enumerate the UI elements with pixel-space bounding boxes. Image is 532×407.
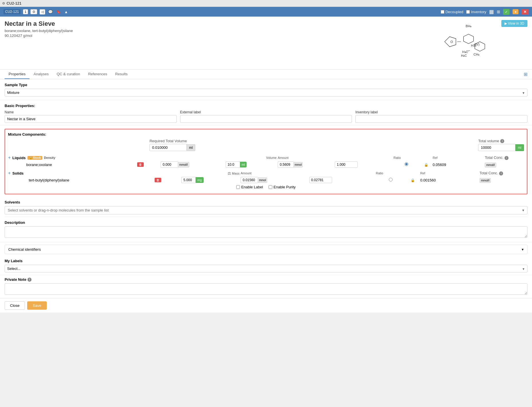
solid-1-mass-input-cell: mg bbox=[181, 177, 241, 183]
vol-header: Volume bbox=[137, 154, 278, 161]
solid-1-delete-cell: 🗑 bbox=[155, 177, 181, 183]
grid-icon: ⊞ bbox=[497, 9, 500, 14]
liquid-1-delete-btn[interactable]: 🗑 bbox=[137, 162, 144, 167]
nav-btn-1[interactable]: 1 bbox=[23, 9, 28, 14]
total-volume-input-group: ml bbox=[478, 144, 524, 151]
chemical-identifiers-label: Chemical identifiers bbox=[8, 247, 41, 252]
check-btn[interactable]: ✓ bbox=[503, 9, 510, 15]
barcode-icon: ▦ bbox=[489, 9, 494, 15]
add-solid-btn[interactable]: + bbox=[8, 171, 11, 176]
my-labels-select[interactable]: Select... bbox=[5, 265, 527, 272]
solid-total-conc-info-icon[interactable]: i bbox=[499, 171, 503, 175]
molecule-svg: BH₃ O HSi (IV) H₃C CH₃ bbox=[436, 20, 501, 66]
solid-1-amount-unit: mmol bbox=[258, 177, 267, 183]
total-volume-input[interactable] bbox=[478, 144, 515, 151]
mixture-section: Mixture Components: Required Total Volum… bbox=[5, 129, 527, 194]
total-volume-label: Total volume i bbox=[478, 139, 524, 143]
total-volume-unit-btn[interactable]: ml bbox=[515, 144, 524, 151]
enable-label-checkbox[interactable] bbox=[236, 185, 240, 189]
description-textarea[interactable] bbox=[5, 226, 527, 238]
solid-1-total-conc-unit-cell: mmol/l bbox=[480, 177, 524, 183]
compound-info: Nectar in a Sieve borane;oxolane, tert-b… bbox=[5, 20, 436, 38]
chemical-identifiers-section: Chemical identifiers ▾ bbox=[5, 245, 527, 254]
nav-btn-0[interactable]: ·0· bbox=[30, 9, 37, 14]
chemical-identifiers-header[interactable]: Chemical identifiers ▾ bbox=[5, 245, 527, 254]
liquid-1-volume-input[interactable] bbox=[161, 161, 178, 168]
external-label-input[interactable] bbox=[180, 115, 352, 123]
required-volume-unit-btn[interactable]: ml bbox=[187, 144, 195, 151]
liquid-1-volume-unit: mmol/l bbox=[178, 162, 189, 167]
title-bar-text: CU2-121 bbox=[7, 1, 21, 5]
liquid-1-delete-cell: 🗑 bbox=[137, 161, 161, 168]
private-note-info-icon[interactable]: i bbox=[27, 278, 31, 282]
solid-1-ref-radio[interactable] bbox=[389, 178, 393, 181]
my-labels-title: My Labels bbox=[5, 259, 527, 263]
molecule-svg-image: BH₃ O HSi (IV) H₃C CH₃ bbox=[436, 21, 501, 64]
tab-results[interactable]: Results bbox=[111, 70, 131, 79]
sample-type-select[interactable]: Mixture bbox=[5, 89, 527, 96]
tab-references[interactable]: References bbox=[84, 70, 111, 79]
private-note-textarea[interactable] bbox=[5, 283, 527, 295]
solid-1-delete-btn[interactable]: 🗑 bbox=[155, 178, 161, 182]
solid-1-amount-input[interactable] bbox=[241, 177, 258, 183]
molecule-display: ▶ View in 3D BH₃ O HSi (IV) bbox=[436, 20, 527, 66]
enable-label-checkbox-label[interactable]: Enable Label bbox=[236, 185, 263, 189]
inventory-checkbox[interactable] bbox=[466, 10, 470, 14]
solid-row-1: tert-butyl(diphenyl)silane 🗑 mg bbox=[8, 177, 524, 183]
description-label: Description bbox=[5, 220, 527, 225]
inventory-label-input[interactable] bbox=[355, 115, 527, 123]
solid-1-mass-input[interactable] bbox=[181, 177, 196, 183]
liquid-1-mmol-input[interactable] bbox=[278, 161, 293, 168]
private-note-label: Private Note i bbox=[5, 277, 527, 282]
solid-1-ref-cell bbox=[376, 177, 405, 183]
name-input[interactable] bbox=[5, 115, 177, 123]
nav-btn-back[interactable]: ◁ bbox=[40, 9, 45, 15]
tab-properties[interactable]: Properties bbox=[5, 70, 29, 79]
footer-btns: Close Save bbox=[0, 298, 532, 313]
tab-qc-curation[interactable]: QC & curation bbox=[53, 70, 84, 79]
orange-btn[interactable]: ● bbox=[513, 9, 519, 14]
bookmark-icon-btn[interactable]: 🔖 bbox=[56, 9, 61, 15]
save-button[interactable]: Save bbox=[27, 301, 47, 310]
enable-purity-checkbox-label[interactable]: Enable Purity bbox=[269, 185, 295, 189]
tab-icon-right: ⊞ bbox=[524, 72, 527, 77]
add-liquid-btn[interactable]: + bbox=[8, 155, 11, 160]
chat-icon-btn[interactable]: 💬 bbox=[48, 9, 53, 15]
arrow-up-icon-btn[interactable]: ▲ bbox=[64, 9, 68, 15]
inventory-checkbox-label[interactable]: Inventory bbox=[466, 10, 486, 14]
compound-name: Nectar in a Sieve bbox=[5, 20, 436, 27]
tab-analyses[interactable]: Analyses bbox=[29, 70, 53, 79]
solids-table: + Solids ⚖ Mass Amount Ratio Ref Total C… bbox=[8, 169, 524, 183]
total-volume-info-icon[interactable]: i bbox=[500, 139, 504, 143]
decoupled-checkbox[interactable] bbox=[441, 10, 444, 14]
liquid-1-amount-input[interactable] bbox=[226, 161, 240, 168]
mass-header: ⚖ Mass bbox=[155, 169, 241, 177]
amount-header: Amount bbox=[278, 154, 393, 161]
solid-1-add-cell bbox=[8, 177, 29, 183]
solid-ref-header: Ref bbox=[420, 169, 480, 177]
required-volume-input[interactable] bbox=[149, 144, 187, 151]
liquid-row-1: borane;oxolane 🗑 mmol/l bbox=[8, 161, 524, 168]
solvents-dropdown[interactable]: Select solvents or drag-n-drop molecules… bbox=[5, 206, 527, 214]
liquid-1-ratio-input[interactable] bbox=[335, 161, 358, 168]
my-labels-section: My Labels Select... bbox=[0, 256, 532, 275]
close-button[interactable]: Close bbox=[5, 301, 25, 310]
liquid-1-amount-input-cell: ml bbox=[226, 161, 278, 168]
liquid-1-total-conc-input-cell: 0.05609 bbox=[433, 161, 485, 168]
layout-icon[interactable]: ⊞ bbox=[524, 72, 527, 77]
liquid-1-name-cell: borane;oxolane bbox=[26, 161, 137, 168]
svg-text:H₃C: H₃C bbox=[462, 50, 468, 54]
liquids-section-header-row: + Liquids 🔒 Stock Density Volume Amount … bbox=[8, 154, 524, 161]
solid-1-amount-input-cell: mmol bbox=[241, 177, 309, 183]
toolbar-close-btn[interactable]: ✕ bbox=[521, 9, 529, 15]
mixture-title: Mixture Components: bbox=[8, 132, 524, 137]
view-3d-btn[interactable]: ▶ View in 3D bbox=[501, 20, 527, 27]
svg-text:CH₃: CH₃ bbox=[474, 53, 479, 56]
solid-1-ratio-input[interactable] bbox=[309, 177, 332, 183]
decoupled-checkbox-label[interactable]: Decoupled bbox=[441, 10, 463, 14]
total-conc-info-icon[interactable]: i bbox=[505, 156, 509, 160]
solvents-chevron-icon: ▾ bbox=[522, 208, 524, 212]
required-volume-group: Required Total Volume ml bbox=[149, 139, 195, 151]
enable-purity-checkbox[interactable] bbox=[269, 185, 272, 189]
liquid-1-ref-radio[interactable] bbox=[405, 162, 408, 166]
